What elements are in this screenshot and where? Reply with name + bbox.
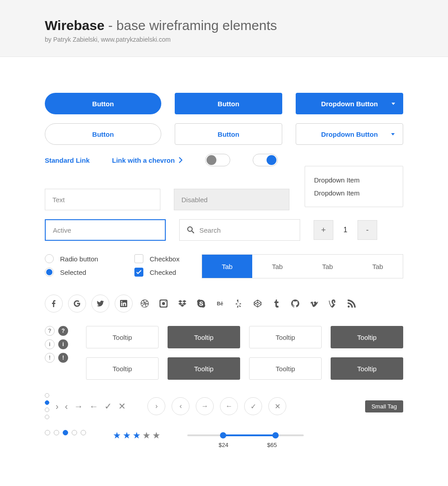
tooltip-light: Tooltip bbox=[86, 326, 159, 348]
instagram-icon[interactable] bbox=[157, 297, 170, 310]
text-input[interactable]: Text bbox=[45, 189, 160, 210]
tab-active[interactable]: Tab bbox=[202, 255, 252, 278]
primary-rect-button[interactable]: Button bbox=[175, 93, 282, 114]
slider-min-label: $24 bbox=[219, 442, 228, 448]
checkbox-checked[interactable] bbox=[134, 268, 143, 277]
tooltip-dark: Tooltip bbox=[331, 326, 403, 348]
tooltip-light: Tooltip bbox=[249, 326, 322, 348]
tooltip-dark: Tooltip bbox=[331, 357, 403, 380]
tooltip-dark: Tooltip bbox=[168, 357, 240, 380]
toggle-off[interactable] bbox=[205, 154, 230, 166]
star-filled-icon: ★ bbox=[123, 430, 131, 441]
radio-selected[interactable] bbox=[45, 268, 54, 277]
range-slider[interactable] bbox=[187, 434, 304, 436]
stepper-increment[interactable]: + bbox=[314, 220, 333, 240]
google-icon[interactable] bbox=[68, 295, 86, 312]
star-empty-icon: ★ bbox=[142, 430, 151, 441]
circle-check[interactable]: ✓ bbox=[244, 397, 262, 415]
primary-dropdown-button[interactable]: Dropdown Button bbox=[296, 93, 403, 114]
social-icons-row: Bē bbox=[45, 295, 403, 312]
check-icon[interactable]: ✓ bbox=[104, 401, 112, 412]
tab-group: Tab Tab Tab Tab bbox=[202, 254, 403, 278]
rss-icon[interactable] bbox=[345, 297, 358, 310]
search-icon bbox=[187, 226, 195, 234]
codepen-icon[interactable] bbox=[251, 297, 264, 310]
arrow-left-icon[interactable]: ← bbox=[89, 401, 98, 412]
linkedin-icon[interactable] bbox=[115, 295, 133, 312]
dribbble-icon[interactable] bbox=[138, 297, 151, 310]
circle-chevron-right[interactable]: › bbox=[147, 397, 165, 415]
outline-rect-button[interactable]: Button bbox=[175, 123, 282, 145]
page-title: Wirebase - base wireframing elements bbox=[45, 18, 403, 33]
quantity-stepper: + 1 - bbox=[314, 220, 377, 240]
close-icon[interactable]: ✕ bbox=[118, 401, 126, 412]
search-input[interactable]: Search bbox=[179, 219, 300, 241]
vimeo-icon[interactable] bbox=[307, 297, 321, 310]
tooltip-light: Tooltip bbox=[86, 357, 159, 380]
facebook-icon[interactable] bbox=[45, 295, 63, 312]
svg-line-1 bbox=[192, 231, 194, 233]
tooltip-light: Tooltip bbox=[249, 357, 322, 380]
star-empty-icon: ★ bbox=[152, 430, 160, 441]
page-header: Wirebase - base wireframing elements by … bbox=[0, 0, 448, 57]
active-input[interactable]: Active bbox=[45, 219, 166, 241]
tooltip-dark: Tooltip bbox=[168, 326, 240, 348]
star-filled-icon: ★ bbox=[133, 430, 141, 441]
chevron-left-icon[interactable]: ‹ bbox=[65, 401, 68, 412]
checkbox-label: Checkbox bbox=[150, 255, 180, 263]
circle-close[interactable]: ✕ bbox=[268, 397, 286, 415]
small-tag: Small Tag bbox=[365, 400, 403, 412]
yelp-icon[interactable] bbox=[232, 297, 246, 310]
alert-badge-light[interactable]: ! bbox=[45, 353, 55, 363]
checkbox-unchecked[interactable] bbox=[134, 254, 143, 263]
dropbox-icon[interactable] bbox=[176, 297, 189, 310]
twitter-icon[interactable] bbox=[91, 295, 109, 312]
circle-arrow-left[interactable]: ← bbox=[220, 397, 238, 415]
info-badge-column: ?? ii !! bbox=[45, 326, 68, 363]
chevron-right-icon[interactable]: › bbox=[56, 401, 59, 412]
svg-point-4 bbox=[162, 302, 165, 305]
info-badge-dark[interactable]: i bbox=[58, 339, 68, 349]
outline-pill-button[interactable]: Button bbox=[45, 123, 161, 145]
slider-handle-max[interactable] bbox=[272, 432, 279, 438]
info-badge-light[interactable]: i bbox=[45, 339, 55, 349]
radio-label: Radio button bbox=[60, 255, 98, 263]
circle-arrow-right[interactable]: → bbox=[196, 397, 214, 415]
radio-unselected[interactable] bbox=[45, 254, 54, 263]
chevron-down-icon bbox=[391, 133, 395, 135]
dropdown-item[interactable]: Dropdown Item bbox=[314, 187, 394, 200]
tab[interactable]: Tab bbox=[353, 255, 403, 278]
slider-handle-min[interactable] bbox=[220, 432, 226, 438]
chevron-right-icon bbox=[178, 157, 183, 163]
chevron-down-icon bbox=[392, 103, 395, 105]
vertical-dots bbox=[45, 393, 49, 419]
tab[interactable]: Tab bbox=[252, 255, 302, 278]
arrow-right-icon[interactable]: → bbox=[74, 401, 83, 412]
skype-icon[interactable] bbox=[194, 297, 208, 310]
radio-label: Selected bbox=[60, 269, 86, 276]
primary-pill-button[interactable]: Button bbox=[45, 93, 161, 114]
checkbox-label: Checked bbox=[150, 269, 176, 276]
pagination-dots[interactable] bbox=[45, 430, 86, 435]
disabled-input: Disabled bbox=[174, 189, 289, 210]
standard-link[interactable]: Standard Link bbox=[45, 156, 90, 164]
outline-dropdown-button[interactable]: Dropdown Button bbox=[296, 123, 403, 145]
check-icon bbox=[136, 270, 142, 274]
stepper-decrement[interactable]: - bbox=[358, 220, 377, 240]
help-badge-light[interactable]: ? bbox=[45, 326, 55, 336]
stepper-value: 1 bbox=[339, 226, 352, 234]
dropdown-item[interactable]: Dropdown Item bbox=[314, 174, 394, 187]
slider-max-label: $65 bbox=[267, 442, 277, 448]
vine-icon[interactable] bbox=[326, 297, 340, 310]
chevron-link[interactable]: Link with a chevron bbox=[112, 156, 183, 164]
tumblr-icon[interactable] bbox=[270, 297, 283, 310]
help-badge-dark[interactable]: ? bbox=[58, 326, 68, 336]
behance-icon[interactable]: Bē bbox=[213, 297, 227, 310]
circle-chevron-left[interactable]: ‹ bbox=[172, 397, 190, 415]
star-rating[interactable]: ★ ★ ★ ★ ★ bbox=[113, 430, 160, 441]
svg-point-0 bbox=[188, 227, 192, 231]
github-icon[interactable] bbox=[289, 297, 302, 310]
alert-badge-dark[interactable]: ! bbox=[58, 353, 68, 363]
toggle-on[interactable] bbox=[253, 154, 278, 166]
tab[interactable]: Tab bbox=[302, 255, 353, 278]
